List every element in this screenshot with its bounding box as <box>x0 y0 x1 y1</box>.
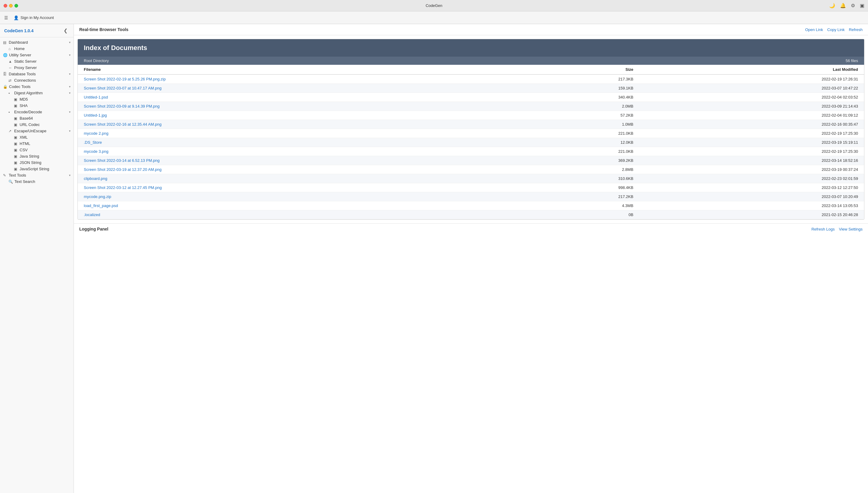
collapse-sidebar-button[interactable]: ❮ <box>62 27 69 34</box>
text-search-icon: 🔍 <box>8 179 13 184</box>
digest-algorithm-icon: ▪ <box>8 91 13 95</box>
sign-in-label: Sign in My Account <box>21 15 54 20</box>
file-link[interactable]: Screen Shot 2022-02-16 at 12.35.44 AM.pn… <box>84 122 161 127</box>
sidebar-item-home[interactable]: ⌂Home <box>0 45 73 52</box>
table-row: clipboard.png310.6KB2022-02-23 02:01:59 <box>78 174 864 183</box>
close-button[interactable] <box>4 4 7 7</box>
file-link[interactable]: Screen Shot 2022-03-19 at 12.37.20 AM.pn… <box>84 167 161 172</box>
sidebar-item-javascript-string[interactable]: ▣JavaScript String <box>0 166 73 172</box>
sha-label: SHA <box>20 103 70 108</box>
file-link[interactable]: mycode.png.zip <box>84 194 111 199</box>
file-size: 57.2KB <box>514 111 639 120</box>
file-link[interactable]: .DS_Store <box>84 140 102 145</box>
sidebar-item-text-tools[interactable]: ✎Text Tools▾ <box>0 172 73 178</box>
file-size: 340.4KB <box>514 93 639 102</box>
file-link[interactable]: .localized <box>84 212 100 217</box>
sidebar-item-sha[interactable]: ▣SHA <box>0 103 73 109</box>
file-size: 221.0KB <box>514 129 639 138</box>
sidebar-item-codec-tools[interactable]: 🔒Codec Tools▾ <box>0 84 73 90</box>
sidebar-item-database-tools[interactable]: 🗄Database Tools▾ <box>0 71 73 77</box>
java-string-icon: ▣ <box>14 154 18 158</box>
sidebar-item-json-string[interactable]: ▣JSON String <box>0 159 73 166</box>
proxy-server-icon: ↔ <box>8 66 13 70</box>
table-row: Screen Shot 2022-03-14 at 6.52.13 PM.png… <box>78 156 864 165</box>
file-date: 2022-03-07 10:47:22 <box>639 84 864 93</box>
table-row: Screen Shot 2022-03-12 at 12.27.45 PM.pn… <box>78 183 864 192</box>
escape-unescape-icon: ↗ <box>8 129 13 133</box>
sidebar-item-digest-algorithm[interactable]: ▪Digest Algorithm▾ <box>0 90 73 96</box>
file-link[interactable]: mycode 2.png <box>84 131 108 135</box>
sidebar-item-encode-decode[interactable]: ▪Encode/Decode▾ <box>0 109 73 115</box>
notifications-icon[interactable]: 🔔 <box>840 3 846 8</box>
sidebar-item-csv[interactable]: ▣CSV <box>0 147 73 153</box>
file-link[interactable]: clipboard.png <box>84 176 107 181</box>
static-server-icon: ▲ <box>8 59 13 64</box>
sidebar-item-utility-server[interactable]: 🌐Utility Server▾ <box>0 52 73 58</box>
file-link[interactable]: mycode 3.png <box>84 149 108 154</box>
hamburger-icon[interactable]: ☰ <box>4 15 8 20</box>
file-link[interactable]: Screen Shot 2022-03-14 at 6.52.13 PM.png <box>84 158 160 163</box>
traffic-lights <box>4 4 18 7</box>
titlebar: CodeGen 🌙 🔔 ⚙ ▣ <box>0 0 868 12</box>
view-settings-button[interactable]: View Settings <box>839 227 863 232</box>
dark-mode-icon[interactable]: 🌙 <box>829 3 835 8</box>
sidebar-item-java-string[interactable]: ▣Java String <box>0 153 73 159</box>
logging-panel: Logging Panel Refresh Logs View Settings <box>74 223 868 234</box>
file-link[interactable]: load_first_page.psd <box>84 203 118 208</box>
table-row: mycode.png.zip217.2KB2022-03-07 10:20:49 <box>78 192 864 201</box>
text-search-label: Text Search <box>15 179 70 184</box>
open-link-button[interactable]: Open Link <box>805 27 823 32</box>
sidebar-toggle-icon[interactable]: ▣ <box>860 3 864 8</box>
database-tools-chevron: ▾ <box>69 72 70 76</box>
file-link[interactable]: Untitled-1.psd <box>84 95 108 100</box>
table-row: Untitled-1.jpg57.2KB2022-02-04 01:09:12 <box>78 111 864 120</box>
sidebar-item-url-codec[interactable]: ▣URL Codec <box>0 122 73 128</box>
sidebar-item-base64[interactable]: ▣Base64 <box>0 115 73 122</box>
text-tools-icon: ✎ <box>3 173 7 177</box>
file-link[interactable]: Screen Shot 2022-03-07 at 10.47.17 AM.pn… <box>84 86 161 90</box>
file-date: 2022-03-14 18:52:16 <box>639 156 864 165</box>
file-date: 2022-03-09 21:14:43 <box>639 102 864 111</box>
sidebar-item-md5[interactable]: ▣MD5 <box>0 96 73 103</box>
sidebar-item-static-server[interactable]: ▲Static Server <box>0 58 73 64</box>
file-count: 56 files <box>846 59 858 63</box>
sidebar-title: CodeGen 1.0.4 <box>4 28 34 33</box>
titlebar-actions: 🌙 🔔 ⚙ ▣ <box>829 3 864 8</box>
main-layout: CodeGen 1.0.4 ❮ ▤Dashboard▾⌂Home🌐Utility… <box>0 24 868 493</box>
text-tools-chevron: ▾ <box>69 174 70 177</box>
table-header-row: Filename Size Last Modified <box>78 65 864 74</box>
sidebar-item-escape-unescape[interactable]: ↗Escape/UnEscape▾ <box>0 128 73 134</box>
refresh-button[interactable]: Refresh <box>849 27 863 32</box>
minimize-button[interactable] <box>9 4 13 7</box>
table-row: Screen Shot 2022-03-07 at 10.47.17 AM.pn… <box>78 84 864 93</box>
file-link[interactable]: Screen Shot 2022-03-09 at 9.14.39 PM.png <box>84 104 160 108</box>
sidebar-item-connections[interactable]: ⇄Connections <box>0 77 73 84</box>
utility-server-chevron: ▾ <box>69 53 70 57</box>
maximize-button[interactable] <box>15 4 18 7</box>
javascript-string-label: JavaScript String <box>20 167 70 171</box>
settings-icon[interactable]: ⚙ <box>851 3 855 8</box>
xml-icon: ▣ <box>14 135 18 140</box>
toolbar: ☰ 👤 Sign in My Account <box>0 12 868 24</box>
refresh-logs-button[interactable]: Refresh Logs <box>811 227 834 232</box>
file-link[interactable]: Screen Shot 2022-02-19 at 5.25.26 PM.png… <box>84 77 166 81</box>
sidebar-item-dashboard[interactable]: ▤Dashboard▾ <box>0 39 73 45</box>
file-link[interactable]: Untitled-1.jpg <box>84 113 107 117</box>
html-label: HTML <box>20 141 70 146</box>
sign-in-button[interactable]: 👤 Sign in My Account <box>11 14 56 21</box>
utility-server-label: Utility Server <box>9 53 67 57</box>
file-link[interactable]: Screen Shot 2022-03-12 at 12.27.45 PM.pn… <box>84 185 162 190</box>
sidebar-item-proxy-server[interactable]: ↔Proxy Server <box>0 64 73 71</box>
dashboard-icon: ▤ <box>3 40 7 45</box>
file-browser-title: Index of Documents <box>84 44 858 52</box>
file-date: 2022-03-07 10:20:49 <box>639 192 864 201</box>
file-size: 1.0MB <box>514 120 639 129</box>
sidebar-item-text-search[interactable]: 🔍Text Search <box>0 178 73 185</box>
copy-link-button[interactable]: Copy Link <box>827 27 845 32</box>
database-tools-icon: 🗄 <box>3 72 7 76</box>
file-size: 221.0KB <box>514 147 639 156</box>
sidebar-item-html[interactable]: ▣HTML <box>0 141 73 147</box>
content-title: Real-time Browser Tools <box>79 27 128 32</box>
filename-header: Filename <box>78 65 514 74</box>
sidebar-item-xml[interactable]: ▣XML <box>0 134 73 141</box>
